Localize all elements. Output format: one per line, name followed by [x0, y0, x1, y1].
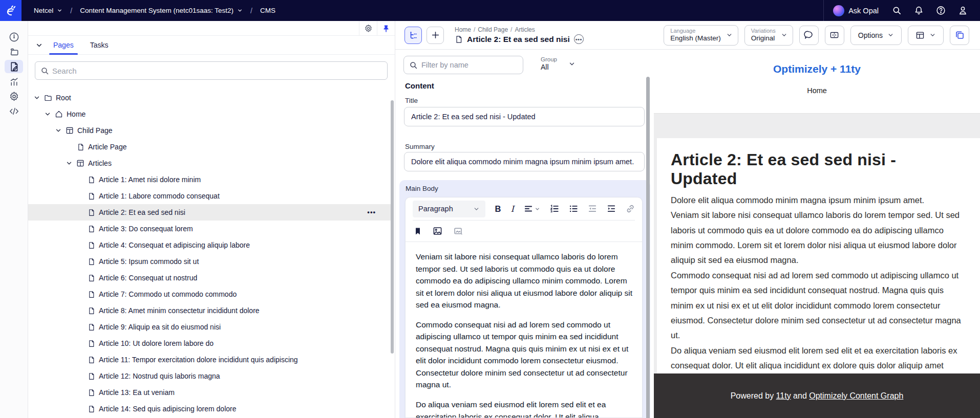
breadcrumb-item[interactable]: Home: [455, 26, 471, 33]
breadcrumb-item[interactable]: Child Page: [478, 26, 508, 33]
tree-tabs: Pages Tasks: [28, 36, 395, 55]
breadcrumb[interactable]: Home/Child Page/Articles: [455, 26, 584, 33]
rte-paragraph[interactable]: Do aliqua veniam sed eiusmod elit lorem …: [416, 399, 633, 418]
insert-image-button[interactable]: [433, 226, 442, 236]
tree-scrollbar[interactable]: [391, 100, 394, 354]
tab-pages[interactable]: Pages: [51, 36, 76, 55]
language-value: English (Master): [670, 34, 720, 42]
editor-scrollbar[interactable]: [646, 77, 650, 418]
bullet-list-button[interactable]: [569, 204, 578, 213]
tree-expand-chevron[interactable]: [44, 111, 51, 118]
outdent-button[interactable]: [588, 204, 597, 213]
settings-icon[interactable]: [5, 90, 23, 103]
tree-item[interactable]: Article 4: Consequat et adipiscing aliqu…: [28, 237, 392, 253]
indent-button[interactable]: [607, 204, 616, 213]
project-switcher[interactable]: Content Management System (netc01saas: T…: [80, 7, 243, 14]
tree-item[interactable]: Article 6: Consequat ut nostrud: [28, 270, 392, 286]
page-icon: [88, 258, 95, 266]
italic-button[interactable]: I: [510, 204, 514, 214]
footer-11ty-link[interactable]: 11ty: [776, 391, 791, 400]
tree-expand-chevron[interactable]: [66, 160, 73, 167]
gear-icon[interactable]: [359, 21, 377, 36]
comments-button[interactable]: [799, 26, 819, 45]
tree-item[interactable]: Article 7: Commodo ut commodo commodo: [28, 286, 392, 302]
tree-item[interactable]: Home: [28, 106, 392, 122]
ask-opal-button[interactable]: Ask Opal: [833, 5, 879, 16]
tree-expand-chevron[interactable]: [55, 127, 62, 134]
tree-item[interactable]: Article 11: Tempor exercitation dolore i…: [28, 351, 392, 368]
preview-site-footer: Powered by 11ty and Optimizely Content G…: [654, 373, 980, 418]
tree-item[interactable]: Article 13: Ea ut veniam: [28, 384, 392, 401]
page-icon: [88, 209, 95, 216]
tree-item[interactable]: Article 8: Amet minim consectetur incidi…: [28, 302, 392, 319]
title-input[interactable]: [404, 107, 645, 126]
bell-icon[interactable]: [914, 6, 924, 15]
bookmark-button[interactable]: [414, 227, 422, 235]
paragraph-style-select[interactable]: Paragraph: [413, 201, 485, 217]
tree-item[interactable]: Article 1: Labore commodo consequat: [28, 188, 392, 204]
ordered-list-button[interactable]: [550, 204, 559, 213]
group-dropdown[interactable]: Group All: [541, 56, 576, 72]
bold-button[interactable]: B: [495, 204, 501, 214]
layout-view-button[interactable]: [908, 26, 944, 45]
tree-item[interactable]: Child Page: [28, 122, 392, 139]
add-content-button[interactable]: [427, 27, 444, 44]
search-icon[interactable]: [892, 6, 902, 15]
breadcrumb-separator: /: [510, 26, 512, 33]
tree-item[interactable]: Article 5: Ipsum commodo sit ut: [28, 253, 392, 270]
pin-icon[interactable]: [377, 21, 395, 36]
tree-item[interactable]: Article Page: [28, 139, 392, 155]
preview-nav-home-link[interactable]: Home: [807, 86, 827, 95]
tree-item[interactable]: Article 9: Aliquip ea sit do eiusmod nis…: [28, 319, 392, 335]
chevron-down-icon: [929, 32, 936, 38]
preview-site-title-link[interactable]: Optimizely + 11ty: [773, 63, 861, 75]
preview-panel: Optimizely + 11ty Home Article 2: Et ea …: [654, 50, 980, 418]
analytics-icon[interactable]: [5, 75, 23, 88]
user-icon[interactable]: [958, 6, 968, 15]
projects-icon[interactable]: [5, 45, 23, 58]
tree-item[interactable]: Article 1: Amet nisi dolore minim: [28, 171, 392, 188]
tree-item[interactable]: Article 2: Et ea sed sed nisi•••: [28, 204, 392, 221]
ask-opal-label: Ask Opal: [848, 7, 879, 15]
page-icon: [88, 274, 95, 282]
tree-item[interactable]: Article 14: Sed quis adipiscing lorem do…: [28, 401, 392, 417]
language-dropdown[interactable]: Language English (Master): [664, 25, 738, 46]
tree-item[interactable]: Root: [28, 90, 392, 106]
tree-item[interactable]: Article 3: Do consequat lorem: [28, 221, 392, 237]
dashboard-icon[interactable]: [5, 30, 23, 43]
org-name: Netcel: [34, 7, 53, 14]
tree-item-label: Article 11: Tempor exercitation dolore i…: [99, 356, 298, 364]
footer-graph-link[interactable]: Optimizely Content Graph: [809, 391, 903, 400]
page-icon: [88, 225, 95, 233]
summary-input[interactable]: [404, 152, 645, 171]
chevron-down-icon: [568, 60, 576, 68]
filter-by-name-input[interactable]: [421, 61, 518, 69]
page-icon: [455, 35, 463, 43]
edit-page-icon[interactable]: [5, 60, 23, 73]
tree-item-menu-icon[interactable]: •••: [367, 208, 376, 216]
variations-dropdown[interactable]: Variations Original: [744, 25, 793, 46]
breadcrumb-item[interactable]: Articles: [515, 26, 535, 33]
toggle-tree-button[interactable]: [404, 27, 422, 44]
tree-item[interactable]: Articles: [28, 155, 392, 171]
code-icon[interactable]: [5, 104, 23, 118]
collapse-panel-icon[interactable]: [35, 41, 43, 49]
help-icon[interactable]: [936, 6, 946, 15]
versions-button[interactable]: [950, 26, 969, 45]
rte-text-area[interactable]: Veniam sit labore nisi consequat ullamco…: [406, 242, 642, 418]
page-menu-icon[interactable]: •••: [574, 34, 584, 44]
tree-item[interactable]: Article 10: Ut dolore lorem labore do: [28, 335, 392, 351]
compare-button[interactable]: [825, 26, 844, 45]
options-button[interactable]: Options: [850, 26, 902, 45]
tree-search-input[interactable]: [52, 67, 382, 75]
org-switcher[interactable]: Netcel: [34, 7, 62, 14]
tree-item[interactable]: Article 12: Nostrud quis laboris magna: [28, 368, 392, 384]
rte-paragraph[interactable]: Veniam sit labore nisi consequat ullamco…: [416, 251, 633, 311]
rte-paragraph[interactable]: Commodo consequat nisi ad ad lorem sed c…: [416, 319, 633, 391]
tree-expand-chevron[interactable]: [33, 94, 40, 101]
link-button[interactable]: [626, 204, 635, 213]
tab-tasks[interactable]: Tasks: [88, 36, 111, 55]
align-button[interactable]: [524, 204, 540, 213]
optimizely-logo[interactable]: [0, 0, 22, 21]
image-block-button[interactable]: [453, 226, 463, 236]
